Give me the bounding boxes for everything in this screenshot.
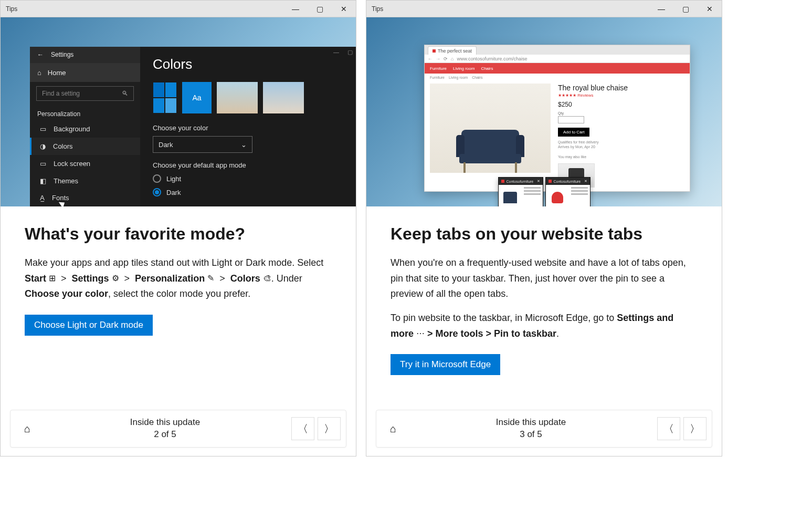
window-title: Tips: [1, 5, 17, 13]
tip-body: Keep tabs on your website tabs When you'…: [366, 206, 722, 410]
sidebar-item-lockscreen: ▭Lock screen: [30, 155, 140, 172]
settings-home-row: ⌂ Home: [30, 63, 140, 82]
cta-button[interactable]: Choose Light or Dark mode: [25, 315, 153, 336]
browser-tab: The perfect seat: [428, 46, 477, 55]
hero-illustration: —▢ ← Settings ⌂ Home Find a setting 🔍︎ P…: [1, 17, 356, 206]
taskbar-preview-1: Contosofurniture✕: [498, 177, 543, 206]
back-icon: ←: [428, 56, 433, 61]
url-text: www.contosofurniture.com/chaise: [457, 56, 527, 61]
next-button[interactable]: 〉: [318, 417, 341, 440]
back-arrow-icon: ←: [37, 51, 44, 58]
related-label: You may also like: [558, 154, 684, 159]
footer-title: Inside this update: [39, 417, 291, 429]
palette-icon: ◑: [40, 142, 46, 150]
prev-button[interactable]: 〈: [291, 417, 314, 440]
breadcrumb: Furniture Living room Chairs: [425, 74, 690, 81]
product-image: [430, 84, 551, 173]
personalization-icon: ✎: [207, 272, 214, 285]
tip-paragraph-1: When you're on a frequently-used website…: [391, 255, 698, 302]
footer-position: 3 of 5: [405, 429, 657, 441]
star-rating: ★★★★★ Reviews: [558, 93, 684, 98]
settings-back-header: ← Settings: [30, 47, 140, 63]
product-info: The royal blue chaise ★★★★★ Reviews $250…: [558, 84, 684, 188]
thumb-preview-2: [263, 82, 304, 113]
palette-icon: 🎨︎: [263, 272, 271, 285]
search-placeholder: Find a setting: [42, 90, 80, 97]
color-thumbnails: Aa: [153, 82, 343, 113]
path-label: > More tools > Pin to taskbar: [427, 328, 556, 339]
tips-window-left: Tips — ▢ ✕ —▢ ← Settings ⌂ Home Find a s…: [0, 0, 356, 457]
taskbar-preview-2: Contosofurniture✕: [545, 177, 590, 206]
site-nav: Furniture Living room Chairs: [425, 63, 690, 74]
home-icon: ⌂: [390, 423, 396, 435]
favicon-icon: [549, 180, 552, 183]
home-button[interactable]: ⌂: [382, 417, 405, 440]
address-bar: ← → ⟳ ⌂ www.contosofurniture.com/chaise: [425, 55, 690, 63]
product-title: The royal blue chaise: [558, 84, 684, 92]
choose-color-label: Choose your color: [153, 124, 343, 132]
forward-icon: →: [436, 56, 440, 61]
minimize-button[interactable]: —: [283, 1, 308, 17]
chair-icon: [503, 192, 517, 203]
chevron-right-icon: 〉: [324, 422, 334, 436]
minimize-button[interactable]: —: [649, 1, 673, 17]
color-dropdown: Dark ⌄: [153, 136, 252, 153]
home-icon: ⌂: [24, 423, 30, 435]
titlebar: Tips — ▢ ✕: [1, 1, 356, 17]
qty-input: [558, 116, 584, 123]
sidebar-item-fonts: A̲Fonts: [30, 189, 140, 206]
cta-button[interactable]: Try it in Microsoft Edge: [391, 354, 500, 375]
close-button[interactable]: ✕: [332, 1, 356, 17]
favicon-icon: [433, 49, 436, 53]
image-icon: ▭: [40, 125, 46, 133]
windows-start-icon: ⊞: [49, 272, 56, 285]
sidebar-item-themes: ◧Themes: [30, 172, 140, 190]
chevron-down-icon: ⌄: [241, 141, 247, 149]
tips-window-right: Tips — ▢ ✕ The perfect seat ← → ⟳ ⌂ www.…: [366, 0, 722, 457]
next-button[interactable]: 〉: [683, 417, 706, 440]
footer-position: 2 of 5: [39, 429, 291, 441]
footer-nav: ⌂ Inside this update 2 of 5 〈 〉: [10, 410, 346, 448]
footer-nav: ⌂ Inside this update 3 of 5 〈 〉: [376, 410, 712, 448]
settings-path-label: Settings: [72, 273, 109, 284]
search-icon: 🔍︎: [122, 90, 128, 97]
close-icon: ✕: [584, 179, 587, 183]
home-icon: ⌂: [451, 56, 454, 61]
favicon-icon: [501, 180, 504, 183]
product-price: $250: [558, 101, 684, 108]
radio-dark: Dark: [153, 188, 343, 196]
settings-label: Settings: [51, 51, 73, 58]
settings-app-mock: —▢ ← Settings ⌂ Home Find a setting 🔍︎ P…: [30, 47, 356, 206]
window-controls: — ▢ ✕: [649, 1, 722, 17]
footer-status: Inside this update 2 of 5: [39, 417, 291, 441]
maximize-button[interactable]: ▢: [673, 1, 698, 17]
default-mode-label: Choose your default app mode: [153, 161, 343, 169]
chevron-left-icon: 〈: [298, 422, 308, 436]
browser-mock: The perfect seat ← → ⟳ ⌂ www.contosofurn…: [424, 45, 690, 192]
chair-icon: [552, 192, 563, 203]
thumb-tiles: [153, 82, 177, 113]
section-label: Personalization: [30, 105, 140, 121]
colors-path-label: Colors: [230, 273, 260, 284]
qty-label: Qty: [558, 111, 684, 115]
tip-paragraph: Make your apps and app tiles stand out w…: [25, 255, 332, 302]
chevron-right-icon: 〉: [690, 422, 700, 436]
prev-button[interactable]: 〈: [657, 417, 680, 440]
footer-title: Inside this update: [405, 417, 657, 429]
more-icon: ⋯: [416, 327, 425, 340]
close-button[interactable]: ✕: [698, 1, 722, 17]
ship-line-2: Arrives by Mon, Apr 20: [558, 144, 684, 149]
sidebar-item-colors: ◑Colors: [30, 138, 140, 155]
titlebar: Tips — ▢ ✕: [366, 1, 722, 17]
taskbar-previews: Contosofurniture✕ Contosofurniture✕: [498, 177, 590, 206]
tip-heading: What's your favorite mode?: [25, 224, 332, 244]
chevron-left-icon: 〈: [663, 422, 674, 436]
close-icon: ✕: [537, 179, 540, 183]
tip-paragraph-2: To pin website to the taskbar, in Micros…: [391, 310, 698, 341]
hero-illustration: The perfect seat ← → ⟳ ⌂ www.contosofurn…: [366, 17, 722, 206]
window-controls: — ▢ ✕: [283, 1, 356, 17]
maximize-button[interactable]: ▢: [308, 1, 332, 17]
window-title: Tips: [366, 5, 383, 13]
home-button[interactable]: ⌂: [16, 417, 39, 440]
tip-heading: Keep tabs on your website tabs: [391, 224, 698, 244]
